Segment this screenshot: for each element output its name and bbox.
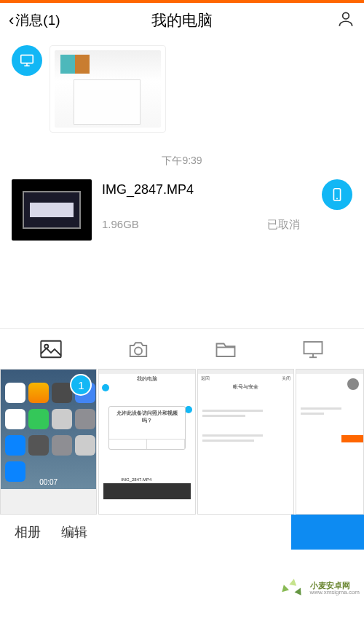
back-label: 消息(1) [15, 11, 60, 30]
send-button[interactable] [291, 515, 364, 550]
homescreen-thumb: 00:07 [1, 370, 96, 489]
svg-rect-1 [21, 55, 33, 63]
mini-form-thumb [296, 370, 363, 514]
camera-icon[interactable] [127, 340, 149, 359]
video-thumb [12, 179, 92, 241]
phone-icon [329, 187, 345, 203]
gallery-item[interactable]: 00:07 [0, 369, 97, 515]
profile-icon[interactable] [336, 9, 355, 31]
photo-picker: 00:07 我的电脑 允许此设备访问照片和视频吗？ IMG_2847.MP4 返… [0, 369, 364, 515]
header: ‹ 消息(1) 我的电脑 [0, 3, 364, 38]
file-message[interactable]: IMG_2847.MP4 1.96GB 已取消 [12, 179, 352, 241]
svg-rect-10 [304, 342, 323, 354]
gallery-item[interactable]: 我的电脑 允许此设备访问照片和视频吗？ IMG_2847.MP4 [98, 369, 195, 515]
chevron-left-icon: ‹ [9, 11, 14, 30]
page-title: 我的电脑 [151, 10, 213, 31]
mini-settings-thumb: 返回关闭 帐号与安全 [198, 370, 293, 514]
screenshot-thumb [55, 50, 161, 128]
watermark-name: 小麦安卓网 [310, 581, 360, 590]
album-button[interactable]: 相册 [15, 523, 41, 541]
image-icon[interactable] [40, 340, 62, 359]
timestamp: 下午9:39 [12, 155, 352, 168]
monitor-icon [19, 52, 35, 69]
back-button[interactable]: ‹ 消息(1) [9, 11, 60, 30]
watermark-url: www.xmsigma.com [310, 590, 360, 596]
watermark-logo-icon [280, 574, 307, 602]
pc-avatar[interactable] [12, 45, 42, 76]
svg-point-5 [336, 198, 338, 200]
file-status: 已取消 [267, 218, 300, 232]
folder-icon[interactable] [215, 340, 237, 359]
phone-avatar[interactable] [322, 179, 352, 210]
file-size: 1.96GB [102, 218, 139, 232]
edit-button[interactable]: 编辑 [61, 523, 87, 541]
svg-point-0 [343, 12, 349, 19]
message-row [12, 45, 352, 133]
svg-point-8 [135, 347, 142, 354]
file-name: IMG_2847.MP4 [102, 182, 306, 198]
chat-area: 下午9:39 IMG_2847.MP4 1.96GB 已取消 [0, 45, 364, 241]
file-info: IMG_2847.MP4 1.96GB 已取消 [102, 179, 306, 232]
attach-toolbar [0, 328, 364, 369]
screenshot-message[interactable] [50, 45, 166, 133]
bottom-bar: 相册 编辑 [0, 515, 364, 550]
mini-chat-thumb: 我的电脑 允许此设备访问照片和视频吗？ IMG_2847.MP4 [99, 370, 194, 514]
svg-rect-6 [41, 340, 61, 357]
home-time: 00:07 [39, 478, 58, 486]
monitor-toolbar-icon[interactable] [302, 340, 324, 359]
gallery-item[interactable] [296, 369, 364, 515]
gallery-item[interactable]: 返回关闭 帐号与安全 [197, 369, 294, 515]
watermark: 小麦安卓网 www.xmsigma.com [280, 574, 360, 602]
